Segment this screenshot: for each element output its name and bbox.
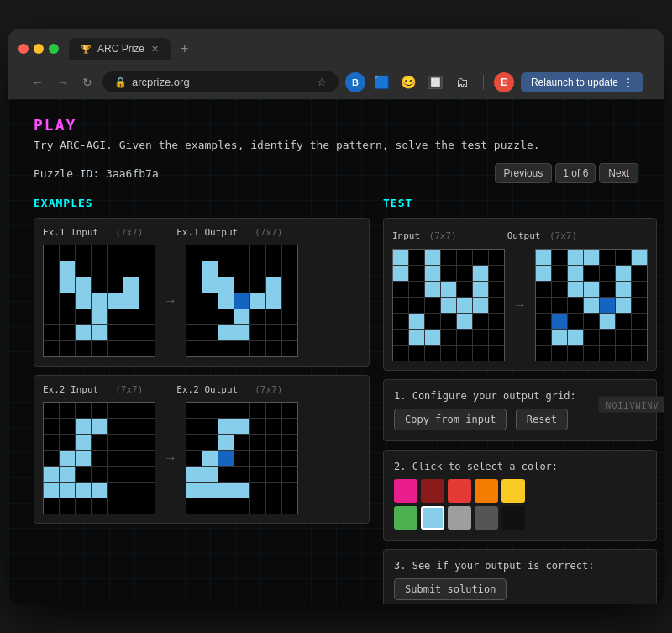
ex2-input-size: (7x7) [115, 384, 143, 395]
color-section: 2. Click to select a color: [383, 450, 657, 541]
address-bar[interactable]: 🔒 arcprize.org ☆ [102, 71, 339, 92]
minimize-button[interactable] [34, 44, 44, 54]
test-input-grid [392, 249, 505, 361]
test-input-label: Input [392, 230, 420, 241]
maximize-button[interactable] [49, 44, 59, 54]
extension-icon-4[interactable]: 🔲 [426, 72, 446, 92]
test-input-header: Input (7x7) [392, 227, 457, 242]
color-black[interactable] [501, 506, 525, 530]
pagination: Previous 1 of 6 Next [495, 163, 638, 183]
ex2-output-size: (7x7) [255, 384, 282, 395]
divider [483, 75, 484, 90]
address-text: arcprize.org [132, 76, 312, 88]
extension-icon-1[interactable]: B [345, 72, 365, 92]
examples-section: EXAMPLES Ex.1 Input (7x7) Ex.1 Output (7… [34, 197, 370, 604]
title-bar: 🏆 ARC Prize ✕ + [18, 38, 654, 60]
test-header-row: Input (7x7) Output (7x7) [392, 227, 648, 242]
main-grid: EXAMPLES Ex.1 Input (7x7) Ex.1 Output (7… [34, 197, 638, 604]
test-arrow: → [513, 298, 527, 313]
traffic-lights [18, 44, 59, 54]
browser-chrome: 🏆 ARC Prize ✕ + ← → ↻ 🔒 arcprize.org ☆ B… [8, 29, 664, 99]
close-button[interactable] [18, 44, 29, 54]
color-palette [394, 479, 646, 530]
test-output-label: Output [507, 230, 541, 241]
ex1-input-size: (7x7) [115, 227, 143, 238]
ex1-grid-pair: → [43, 245, 360, 357]
extension-icon-5[interactable]: 🗂 [453, 72, 473, 92]
extension-icon-2[interactable]: 🟦 [372, 72, 392, 92]
reset-button[interactable]: Reset [516, 409, 568, 430]
color-row-2 [394, 506, 646, 530]
tab-favicon-icon: 🏆 [81, 45, 91, 54]
color-dark-gray[interactable] [475, 506, 498, 530]
ex1-output-size: (7x7) [255, 227, 282, 238]
previous-button[interactable]: Previous [495, 163, 553, 183]
example-1-pair: Ex.1 Input (7x7) Ex.1 Output (7x7) [34, 218, 370, 367]
next-button[interactable]: Next [599, 163, 638, 183]
test-label: TEST [383, 197, 657, 209]
browser-icons: B 🟦 😊 🔲 🗂 E Relaunch to update ⋮ [345, 72, 643, 92]
tab-close-icon[interactable]: ✕ [151, 44, 159, 55]
ex2-output-label: Ex.2 Output [176, 384, 238, 395]
relaunch-button[interactable]: Relaunch to update ⋮ [521, 72, 643, 92]
step3-label: 3. See if your output is correct: [394, 560, 646, 572]
submit-section: 3. See if your output is correct: Submit… [383, 549, 657, 604]
tab-title: ARC Prize [97, 43, 144, 55]
active-tab[interactable]: 🏆 ARC Prize ✕ [69, 38, 171, 60]
puzzle-row: Puzzle ID: 3aa6fb7a Previous 1 of 6 Next [34, 163, 638, 183]
test-output-size: (7x7) [549, 230, 577, 241]
test-output-header: Output (7x7) [507, 227, 577, 242]
relaunch-label: Relaunch to update [531, 76, 618, 88]
ex2-header: Ex.2 Input (7x7) Ex.2 Output (7x7) [43, 384, 360, 395]
extension-icon-3[interactable]: 😊 [399, 72, 419, 92]
toggle-animation[interactable]: TOGGLE ANIMATION [598, 396, 664, 412]
color-dark-red[interactable] [421, 479, 444, 503]
ex1-input-label: Ex.1 Input [43, 227, 98, 238]
new-tab-button[interactable]: + [174, 41, 195, 56]
right-panel: TEST Input (7x7) Output (7x7) [383, 197, 657, 604]
subtitle: Try ARC-AGI. Given the examples, identif… [34, 139, 638, 151]
ex2-input-grid [43, 402, 155, 514]
ex1-output-grid [186, 245, 298, 357]
color-green[interactable] [394, 506, 417, 530]
color-row-1 [394, 479, 646, 503]
ex2-input-label: Ex.2 Input [43, 384, 98, 395]
step2-label: 2. Click to select a color: [394, 461, 646, 472]
color-medium-gray[interactable] [448, 506, 471, 530]
puzzle-id: Puzzle ID: 3aa6fb7a [34, 167, 159, 180]
bookmark-icon[interactable]: ☆ [317, 76, 327, 88]
test-output-grid[interactable] [535, 249, 648, 361]
color-light-blue[interactable] [421, 506, 444, 530]
ex2-output-grid [186, 402, 298, 514]
ex2-grid-pair: → [43, 402, 360, 514]
address-bar-row: ← → ↻ 🔒 arcprize.org ☆ B 🟦 😊 🔲 🗂 E Relau… [18, 66, 654, 99]
color-orange[interactable] [475, 479, 498, 503]
browser-window: 🏆 ARC Prize ✕ + ← → ↻ 🔒 arcprize.org ☆ B… [8, 29, 664, 604]
profile-icon[interactable]: E [494, 72, 514, 92]
ex1-arrow: → [164, 293, 177, 309]
color-pink[interactable] [394, 479, 417, 503]
lock-icon: 🔒 [114, 76, 127, 88]
back-button[interactable]: ← [29, 74, 47, 91]
submit-solution-button[interactable]: Submit solution [394, 578, 507, 600]
example-2-pair: Ex.2 Input (7x7) Ex.2 Output (7x7) [34, 375, 370, 524]
examples-label: EXAMPLES [34, 197, 370, 209]
test-input-size: (7x7) [429, 230, 457, 241]
ex1-input-grid [43, 245, 155, 357]
ex1-header: Ex.1 Input (7x7) Ex.1 Output (7x7) [43, 227, 360, 238]
color-yellow[interactable] [501, 479, 525, 503]
page-inner: PLAY Try ARC-AGI. Given the examples, id… [8, 99, 664, 604]
refresh-button[interactable]: ↻ [79, 74, 96, 91]
play-title: PLAY [34, 116, 638, 134]
page-content: PLAY Try ARC-AGI. Given the examples, id… [8, 99, 664, 604]
test-input-section: Input (7x7) Output (7x7) [383, 218, 657, 371]
copy-from-input-button[interactable]: Copy from input [394, 409, 507, 430]
forward-button[interactable]: → [54, 74, 72, 91]
tab-bar: 🏆 ARC Prize ✕ + [69, 38, 195, 60]
color-red[interactable] [448, 479, 471, 503]
relaunch-menu-icon: ⋮ [623, 76, 633, 88]
test-grid-pair: → [392, 249, 648, 361]
ex2-arrow: → [164, 451, 177, 466]
ex1-output-label: Ex.1 Output [176, 227, 238, 238]
page-info: 1 of 6 [555, 163, 596, 183]
